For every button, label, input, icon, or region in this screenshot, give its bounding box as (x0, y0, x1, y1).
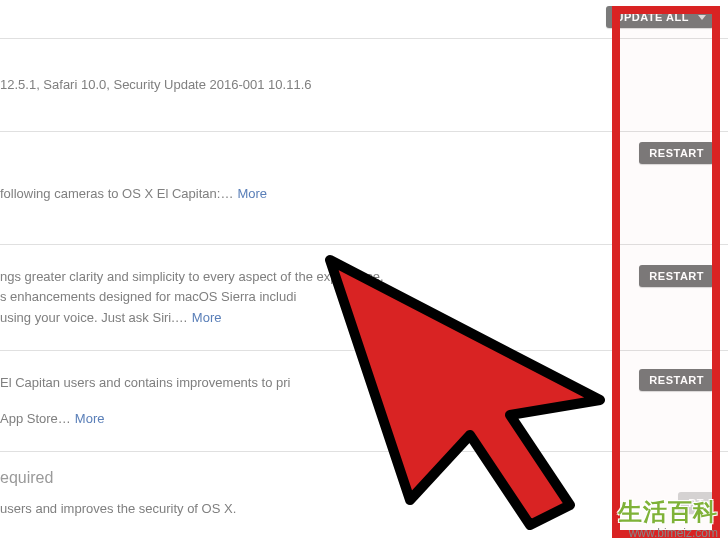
chevron-down-icon (698, 15, 706, 20)
restart-button[interactable]: RT (678, 492, 714, 514)
more-link[interactable]: More (192, 310, 222, 325)
more-link[interactable]: More (75, 411, 105, 426)
update-description: following cameras to OS X El Capitan:…Mo… (0, 184, 714, 204)
update-description: 12.5.1, Safari 10.0, Security Update 201… (0, 75, 714, 95)
restart-button[interactable]: RESTART (639, 265, 714, 287)
update-item: El Capitan users and contains improvemen… (0, 351, 728, 452)
update-item: RESTART following cameras to OS X El Cap… (0, 132, 728, 245)
restart-button[interactable]: RESTART (639, 142, 714, 164)
header-row: UPDATE ALL (0, 0, 728, 39)
update-item: equired users and improves the security … (0, 452, 728, 529)
update-all-button[interactable]: UPDATE ALL (606, 6, 714, 28)
update-all-label: UPDATE ALL (616, 11, 689, 23)
update-description: ngs greater clarity and simplicity to ev… (0, 267, 714, 327)
update-description: equired users and improves the security … (0, 466, 714, 519)
more-link[interactable]: More (237, 186, 267, 201)
restart-button[interactable]: RESTART (639, 369, 714, 391)
section-heading: equired (0, 466, 614, 491)
update-item: 12.5.1, Safari 10.0, Security Update 201… (0, 39, 728, 132)
update-item: ngs greater clarity and simplicity to ev… (0, 245, 728, 350)
update-description: El Capitan users and contains improvemen… (0, 373, 714, 429)
